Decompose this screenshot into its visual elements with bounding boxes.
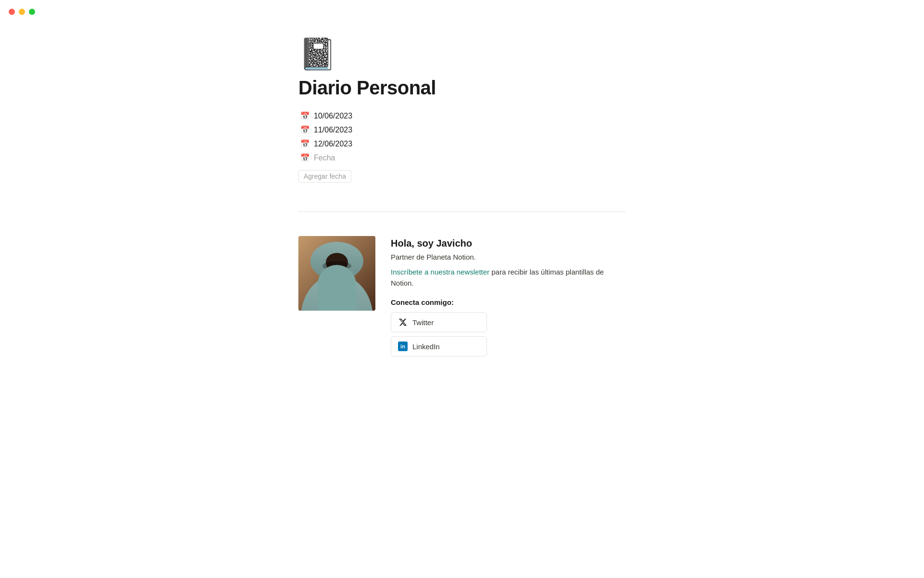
twitter-label: Twitter — [412, 318, 434, 327]
date-item-4[interactable]: 📅 Fecha — [298, 152, 626, 163]
connect-label: Conecta conmigo: — [391, 298, 626, 306]
twitter-icon — [398, 317, 408, 327]
author-newsletter-text: Inscríbete a nuestra newsletter para rec… — [391, 267, 626, 289]
page-title: Diario Personal — [298, 77, 626, 99]
calendar-icon-2: 📅 — [300, 125, 310, 134]
social-buttons: Twitter in LinkedIn — [391, 312, 626, 356]
linkedin-button[interactable]: in LinkedIn — [391, 336, 487, 356]
author-avatar — [298, 236, 375, 311]
maximize-button[interactable] — [29, 9, 35, 15]
author-subtitle: Partner de Planeta Notion. — [391, 253, 626, 261]
add-date-button[interactable]: Agregar fecha — [298, 170, 351, 183]
calendar-icon-3: 📅 — [300, 139, 310, 148]
section-divider — [298, 211, 626, 212]
author-name: Hola, soy Javicho — [391, 238, 626, 249]
calendar-icon-4: 📅 — [300, 153, 310, 162]
date-text-1: 10/06/2023 — [314, 112, 352, 120]
date-item-3[interactable]: 📅 12/06/2023 — [298, 138, 626, 149]
newsletter-link[interactable]: Inscríbete a nuestra newsletter — [391, 268, 489, 276]
date-item-1[interactable]: 📅 10/06/2023 — [298, 110, 626, 121]
twitter-button[interactable]: Twitter — [391, 312, 487, 332]
svg-point-6 — [339, 267, 342, 271]
page-container: 📓 Diario Personal 📅 10/06/2023 📅 11/06/2… — [279, 0, 645, 395]
window-controls — [9, 9, 35, 15]
date-text-3: 12/06/2023 — [314, 140, 352, 148]
svg-point-7 — [336, 271, 338, 274]
linkedin-icon-wrapper: in — [398, 342, 408, 351]
date-text-4: Fecha — [314, 154, 335, 162]
close-button[interactable] — [9, 9, 15, 15]
author-section: Hola, soy Javicho Partner de Planeta Not… — [298, 236, 626, 356]
date-list: 📅 10/06/2023 📅 11/06/2023 📅 12/06/2023 📅… — [298, 110, 626, 163]
svg-point-9 — [322, 261, 351, 271]
date-text-2: 11/06/2023 — [314, 126, 352, 134]
calendar-icon-1: 📅 — [300, 111, 310, 120]
minimize-button[interactable] — [19, 9, 25, 15]
page-icon: 📓 — [298, 39, 626, 69]
avatar-illustration — [298, 236, 375, 311]
linkedin-label: LinkedIn — [412, 342, 440, 351]
svg-rect-8 — [331, 275, 343, 279]
linkedin-icon: in — [398, 342, 408, 351]
svg-point-5 — [332, 267, 334, 271]
date-item-2[interactable]: 📅 11/06/2023 — [298, 124, 626, 135]
author-info: Hola, soy Javicho Partner de Planeta Not… — [391, 236, 626, 356]
